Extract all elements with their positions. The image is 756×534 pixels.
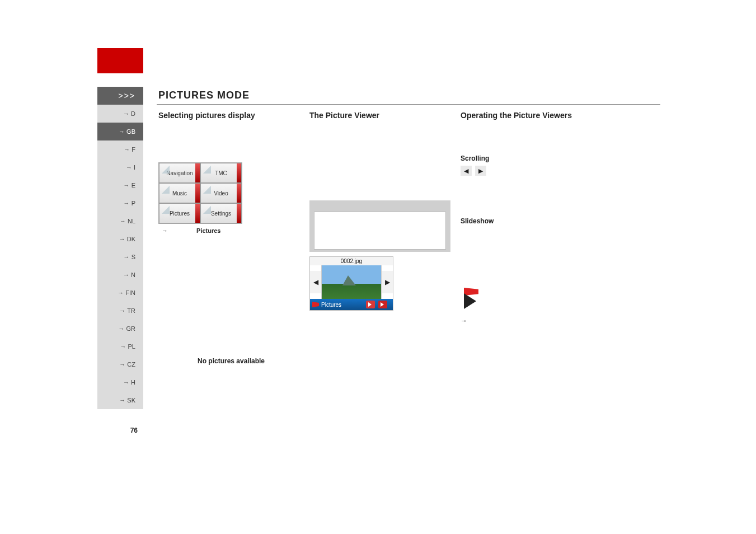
scroll-prev-button[interactable]: ◀: [461, 166, 472, 176]
sidebar-item-nl[interactable]: → NL: [97, 212, 143, 230]
viewer-next-button[interactable]: ▶: [382, 271, 393, 293]
col3-heading: Operating the Picture Viewers: [461, 111, 612, 120]
menu-pictures: Pictures: [159, 203, 200, 223]
menu-caption: → Pictures: [158, 227, 304, 234]
sidebar-item-pl[interactable]: → PL: [97, 338, 143, 355]
manual-page: >>> → D → GB → F → I → E → P → NL → DK →…: [0, 0, 756, 534]
col2-heading: The Picture Viewer: [309, 111, 455, 120]
sidebar-item-cz[interactable]: → CZ: [97, 355, 143, 373]
col1-heading: Selecting pictures display: [158, 111, 304, 120]
sidebar-item-gb[interactable]: → GB: [97, 123, 143, 140]
sidebar-item-tr[interactable]: → TR: [97, 302, 143, 320]
picture-viewer-ui: 0002.jpg ◀ ▶ Pictures: [309, 256, 393, 311]
menu-music: Music: [159, 183, 200, 203]
sidebar-item-gr[interactable]: → GR: [97, 320, 143, 338]
sidebar-item-sk[interactable]: → SK: [97, 391, 143, 409]
menu-settings: Settings: [200, 203, 242, 223]
flag-icon: [312, 302, 319, 307]
brand-block: [97, 48, 143, 73]
menu-navigation: Navigation: [159, 163, 200, 183]
sidebar-item-f[interactable]: → F: [97, 140, 143, 158]
language-sidebar: >>> → D → GB → F → I → E → P → NL → DK →…: [97, 87, 143, 409]
fullscreen-icon[interactable]: [378, 301, 387, 308]
viewer-pictures-button[interactable]: Pictures: [312, 302, 341, 308]
sidebar-item-n[interactable]: → N: [97, 266, 143, 284]
viewer-bottom-bar: Pictures: [310, 299, 393, 310]
arrow-icon: →: [461, 317, 467, 325]
slideshow-play-icon[interactable]: [461, 288, 484, 311]
sidebar-item-fin[interactable]: → FIN: [97, 284, 143, 302]
no-pictures-message: No pictures available: [158, 357, 304, 365]
sidebar-header: >>>: [97, 87, 143, 105]
menu-caption-label: Pictures: [196, 227, 220, 234]
viewer-blank-area: [314, 212, 446, 250]
slideshow-heading: Slideshow: [461, 217, 612, 225]
column-picture-viewer: The Picture Viewer 0002.jpg ◀ ▶ Pictures: [309, 111, 455, 311]
slideshow-icon[interactable]: [366, 301, 375, 308]
viewer-photo: [321, 265, 382, 299]
sidebar-item-i[interactable]: → I: [97, 158, 143, 176]
play-icon: [464, 293, 476, 309]
viewer-bottom-label: Pictures: [321, 302, 341, 308]
scrolling-heading: Scrolling: [461, 154, 612, 162]
viewer-prev-button[interactable]: ◀: [310, 271, 321, 293]
sidebar-item-d[interactable]: → D: [97, 105, 143, 123]
page-number: 76: [97, 427, 143, 434]
divider: [157, 104, 660, 105]
menu-tmc: TMC: [200, 163, 242, 183]
viewer-background: [309, 200, 450, 252]
column-operating-viewer: Operating the Picture Viewers Scrolling …: [461, 111, 612, 325]
sidebar-item-p[interactable]: → P: [97, 194, 143, 212]
viewer-filename: 0002.jpg: [310, 257, 393, 265]
main-menu-illustration: Navigation TMC Music Video Pictures Sett…: [158, 162, 242, 224]
slideshow-caption: →: [461, 317, 612, 325]
column-selecting-display: Selecting pictures display Navigation TM…: [158, 111, 304, 365]
arrow-icon: →: [162, 227, 168, 234]
scroll-buttons: ◀ ▶: [461, 166, 612, 176]
page-title: PICTURES MODE: [158, 90, 250, 101]
menu-video: Video: [200, 183, 242, 203]
arrow-icon: >>>: [118, 91, 135, 100]
sidebar-item-e[interactable]: → E: [97, 176, 143, 194]
sidebar-item-s[interactable]: → S: [97, 248, 143, 266]
sidebar-item-h[interactable]: → H: [97, 373, 143, 391]
scroll-next-button[interactable]: ▶: [475, 166, 486, 176]
sidebar-item-dk[interactable]: → DK: [97, 230, 143, 248]
